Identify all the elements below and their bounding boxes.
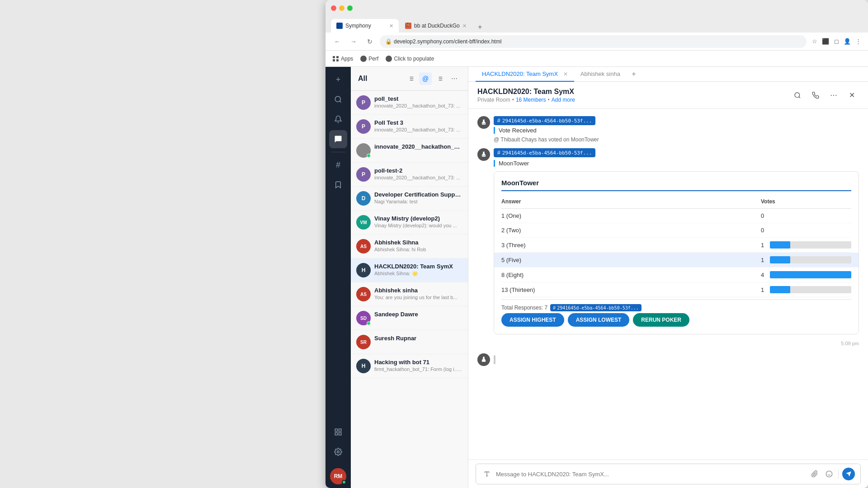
tab-ddg[interactable]: 🦆 bb at DuckDuckGo ✕: [400, 19, 472, 33]
conv-item-abhishek-sihna[interactable]: AS Abhishek Sihna Abhishek Sihna: hi Rob: [351, 235, 468, 258]
ext2-icon[interactable]: ◻: [832, 37, 841, 46]
conv-preview: Abhishek Sihna: hi Rob: [374, 247, 462, 252]
assign-lowest-button[interactable]: ASSIGN LOWEST: [568, 313, 630, 327]
toolbar-populate[interactable]: Click to populate: [386, 56, 434, 62]
chat-members-link[interactable]: 16 Members: [516, 97, 546, 103]
filter-more-icon[interactable]: ⋯: [448, 72, 461, 85]
sidebar-bookmark-button[interactable]: [329, 176, 347, 194]
ext-icon[interactable]: ⬛: [821, 37, 830, 46]
sidebar-search-button[interactable]: [329, 90, 347, 108]
poll-result-title: MoonTower: [501, 179, 851, 191]
sidebar-chat-button[interactable]: [329, 130, 347, 148]
conv-avatar: P: [356, 95, 371, 110]
conv-avatar: [356, 143, 371, 158]
tab-symphony-close[interactable]: ✕: [389, 23, 393, 29]
conv-item-hackldn[interactable]: H HACKLDN2020: Team SymX Abhishek Sihna:…: [351, 258, 468, 282]
conv-item-dev-cert[interactable]: D Developer Certification Support Nagi Y…: [351, 187, 468, 211]
conv-item-poll-test[interactable]: P poll_test innovate_2020__hackathon_bot…: [351, 91, 468, 115]
svg-marker-37: [846, 471, 851, 477]
tab-hackldn-close[interactable]: ✕: [563, 71, 568, 77]
chat-more-button[interactable]: ⋯: [826, 88, 841, 103]
new-tab-button[interactable]: +: [475, 22, 486, 33]
assign-highest-button[interactable]: ASSIGN HIGHEST: [501, 313, 564, 327]
poll-id-text-2: 2941645d-e5ba-4564-bb50-53f...: [502, 150, 592, 156]
chat-add-more-link[interactable]: Add more: [552, 97, 575, 103]
toolbar-apps[interactable]: Apps: [333, 56, 353, 62]
toolbar-perf[interactable]: Perf: [360, 56, 378, 62]
menu-icon[interactable]: ⋮: [854, 37, 863, 46]
poll-row-eight: 8 (Eight) 4: [501, 267, 851, 282]
svg-rect-29: [483, 357, 485, 359]
sidebar-bell-button[interactable]: [329, 110, 347, 128]
ext3-icon[interactable]: 👤: [843, 37, 852, 46]
chat-dot2: •: [548, 97, 550, 103]
filter-at-icon[interactable]: @: [419, 72, 432, 85]
vote-bar-container: [770, 256, 851, 263]
star-icon[interactable]: ☆: [810, 37, 819, 46]
conv-name: Vinay Mistry (develop2): [374, 215, 462, 222]
conv-info: Abhishek Sihna Abhishek Sihna: hi Rob: [374, 239, 462, 252]
poll-row-five: 5 (Five) 1: [494, 253, 859, 267]
minimize-window-button[interactable]: [339, 5, 344, 11]
chat-search-button[interactable]: [790, 88, 805, 103]
bot-avatar-2: [477, 148, 490, 161]
partial-message-block: [477, 352, 859, 366]
conv-item-poll-test-3[interactable]: P Poll Test 3 innovate_2020__hackathon_b…: [351, 115, 468, 139]
conv-item-poll-test-2[interactable]: P poll-test-2 innovate_2020__hackathon_b…: [351, 163, 468, 187]
forward-button[interactable]: ↪: [846, 148, 858, 160]
user-avatar-button[interactable]: RM: [330, 468, 346, 484]
tab-hackldn[interactable]: HACKLDN2020: Team SymX ✕: [476, 67, 574, 82]
traffic-lights: [331, 5, 353, 11]
conv-item-suresh[interactable]: SR Suresh Rupnar: [351, 330, 468, 354]
conv-avatar: P: [356, 119, 371, 134]
text-format-button[interactable]: [481, 469, 492, 479]
back-button[interactable]: ←: [331, 35, 344, 48]
sidebar-narrow: + # RM: [326, 67, 351, 488]
conv-item-sandeep[interactable]: SD Sandeep Dawre: [351, 306, 468, 330]
svg-point-33: [826, 471, 832, 477]
reply-button[interactable]: ↩: [821, 148, 832, 160]
chat-close-button[interactable]: ✕: [844, 88, 859, 103]
tab-symphony[interactable]: S Symphony ✕: [331, 19, 399, 33]
rerun-poker-button[interactable]: RERUN POKER: [633, 313, 689, 327]
conv-info: innovate_2020__hackathon_bot...: [374, 143, 462, 151]
conv-item-innovate-bot[interactable]: innovate_2020__hackathon_bot...: [351, 139, 468, 163]
emoji-icon[interactable]: [824, 469, 835, 479]
poll-votes-cell: 0: [761, 227, 851, 234]
sidebar-add-button[interactable]: +: [329, 70, 347, 89]
conv-item-vinay[interactable]: VM Vinay Mistry (develop2) Vinay Mistry …: [351, 211, 468, 235]
message-input[interactable]: [496, 471, 806, 478]
svg-point-28: [484, 155, 485, 156]
chat-input-bar: [476, 464, 861, 484]
close-window-button[interactable]: [331, 5, 336, 11]
sidebar-extension-button[interactable]: [329, 423, 347, 441]
poll-actions: ASSIGN HIGHEST ASSIGN LOWEST RERUN POKER: [501, 313, 851, 327]
address-input[interactable]: 🔒 develop2.symphony.com/client-bff/index…: [380, 35, 807, 48]
sidebar-settings-button[interactable]: [329, 443, 347, 461]
poll-votes-cell: 1: [761, 241, 851, 249]
vote-count: 4: [761, 272, 766, 278]
add-tab-button[interactable]: +: [628, 69, 639, 80]
conv-item-hacking-bot[interactable]: H Hacking with bot 71 firmt_hackathon_bo…: [351, 354, 468, 378]
browser-toolbar: Apps Perf Click to populate: [326, 51, 868, 67]
filter-grid-icon[interactable]: [434, 72, 446, 85]
user-initials: RM: [334, 473, 343, 479]
send-button[interactable]: [842, 468, 855, 480]
svg-point-27: [482, 155, 483, 156]
attachment-icon[interactable]: [809, 469, 820, 479]
filter-list-icon[interactable]: [405, 72, 417, 85]
bookmark-message-button[interactable]: 🔖: [833, 148, 845, 160]
forward-button[interactable]: →: [347, 35, 360, 48]
refresh-button[interactable]: ↻: [363, 35, 376, 48]
address-bar-row: ← → ↻ 🔒 develop2.symphony.com/client-bff…: [326, 33, 868, 51]
svg-rect-2: [335, 429, 337, 431]
conv-item-abhishek-sinha2[interactable]: AS Abhishek sinha You: are you joining u…: [351, 282, 468, 306]
tab-ddg-close[interactable]: ✕: [462, 23, 467, 29]
maximize-window-button[interactable]: [347, 5, 353, 11]
conv-name: Suresh Rupnar: [374, 335, 462, 342]
tab-abhishek[interactable]: Abhishek sinha: [574, 67, 627, 82]
chat-call-button[interactable]: [808, 88, 823, 103]
conv-info: HACKLDN2020: Team SymX Abhishek Sihna: 🌟: [374, 263, 462, 277]
sidebar-hash-button[interactable]: #: [329, 156, 347, 174]
svg-line-20: [799, 97, 800, 98]
